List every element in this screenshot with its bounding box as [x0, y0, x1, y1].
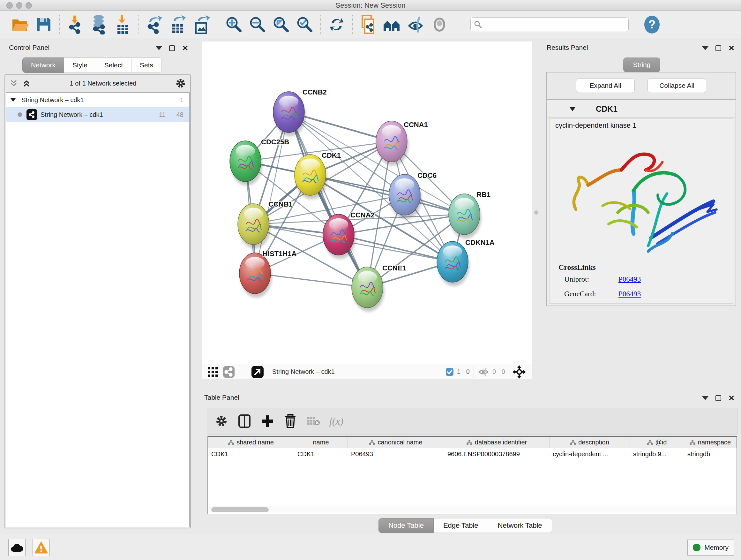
network-node-ccne1[interactable]: CCNE1	[352, 264, 406, 312]
panel-menu-icon[interactable]	[156, 46, 162, 50]
delete-column-button[interactable]	[281, 412, 300, 430]
tab-sets[interactable]: Sets	[131, 57, 162, 73]
expand-all-button[interactable]: Expand All	[576, 78, 635, 93]
close-panel-icon[interactable]: ✕	[728, 394, 735, 402]
network-node-ccna1[interactable]: CCNA1	[376, 121, 428, 166]
toolbar-separator	[59, 15, 60, 34]
cloud-icon	[11, 543, 23, 552]
panel-menu-icon[interactable]	[702, 46, 709, 50]
float-panel-icon[interactable]	[716, 395, 721, 401]
collapse-all-button[interactable]: Collapse All	[648, 78, 706, 93]
save-session-button[interactable]	[32, 14, 56, 36]
warning-icon	[35, 542, 48, 554]
table-cell[interactable]: CDK1	[208, 448, 294, 460]
table-cell[interactable]: stringdb:9...	[630, 448, 684, 460]
table-cell[interactable]: CDK1	[294, 448, 348, 460]
add-column-button[interactable]	[258, 412, 277, 430]
close-panel-icon[interactable]: ✕	[182, 44, 188, 52]
hidden-eye-icon[interactable]	[478, 368, 489, 376]
node-label-ccne1: CCNE1	[382, 264, 406, 272]
refresh-icon	[328, 16, 346, 34]
collapse-arrow-icon[interactable]	[10, 98, 16, 103]
memory-button[interactable]: Memory	[687, 540, 734, 556]
import-table-from-file-button[interactable]	[111, 14, 135, 36]
toolbar-separator	[320, 15, 321, 34]
search-input[interactable]	[482, 20, 625, 28]
network-node-rb1[interactable]: RB1	[449, 191, 490, 239]
network-canvas[interactable]: CCNB2CCNA1CDC25BCDK1CDC6RB1CCNB1CCNA2CDK…	[202, 42, 532, 364]
tab-edge-table[interactable]: Edge Table	[434, 518, 488, 533]
show-columns-button[interactable]	[235, 412, 254, 430]
collapse-all-icon[interactable]	[10, 79, 18, 87]
tab-node-table[interactable]: Node Table	[379, 518, 434, 533]
export-image-button[interactable]	[190, 14, 214, 36]
zoom-out-button[interactable]	[246, 14, 269, 36]
table-cell[interactable]: stringdb	[684, 448, 737, 460]
show-all-button[interactable]	[428, 14, 451, 36]
refresh-layout-button[interactable]	[325, 14, 348, 36]
crosslink-link[interactable]: P06493	[618, 290, 641, 303]
column-header--id[interactable]: @id	[630, 437, 684, 448]
network-overview-icon[interactable]	[223, 366, 235, 378]
right-splitter-grip[interactable]	[534, 210, 538, 214]
open-session-button[interactable]	[8, 14, 32, 36]
network-node-cdkn1a[interactable]: CDKN1A	[437, 239, 495, 286]
network-view-toolbar: String Network – cdk1 1 - 0 0 - 0	[202, 364, 532, 379]
expand-all-icon[interactable]	[22, 79, 30, 87]
selected-checkbox-icon[interactable]	[446, 368, 454, 376]
network-node-ccna2[interactable]: CCNA2	[323, 211, 375, 259]
column-header-namespace[interactable]: namespace	[684, 437, 737, 448]
tab-select[interactable]: Select	[96, 57, 131, 73]
help-button[interactable]: ?	[640, 14, 664, 36]
table-settings-button[interactable]	[212, 412, 231, 430]
crosslink-link[interactable]: P06493	[618, 275, 641, 289]
birdseye-grid-icon[interactable]	[207, 367, 218, 377]
pan-crosshair-icon[interactable]	[512, 365, 526, 379]
cloud-button[interactable]	[8, 539, 25, 556]
network-row-selected[interactable]: String Network – cdk1 11 48	[6, 107, 189, 122]
export-network-button[interactable]	[143, 14, 166, 36]
gear-icon[interactable]	[176, 78, 186, 88]
tab-string[interactable]: String	[623, 57, 660, 72]
collapse-section-icon[interactable]	[569, 106, 576, 112]
network-edge[interactable]	[289, 112, 367, 287]
column-header-name[interactable]: name	[294, 437, 348, 448]
tab-network-table[interactable]: Network Table	[488, 518, 552, 533]
function-builder-button[interactable]: f(x)	[327, 412, 346, 430]
network-node-hist1h1a[interactable]: HIST1H1A	[239, 250, 296, 298]
horizontal-scrollbar[interactable]	[209, 506, 736, 513]
network-collection-row[interactable]: String Network – cdk1 1	[6, 92, 189, 107]
hide-selected-button[interactable]	[404, 14, 428, 36]
new-network-from-selection-button[interactable]	[357, 14, 381, 36]
zoom-in-button[interactable]	[222, 14, 246, 36]
column-header-canonical-name[interactable]: canonical name	[348, 437, 444, 448]
column-header-database-identifier[interactable]: database identifier	[444, 437, 549, 448]
table-cell[interactable]: 9606.ENSP00000378699	[444, 448, 549, 460]
network-edge[interactable]	[255, 112, 289, 273]
tab-network[interactable]: Network	[22, 57, 64, 73]
tab-style[interactable]: Style	[64, 57, 96, 73]
network-node-cdk1[interactable]: CDK1	[294, 151, 341, 199]
warnings-button[interactable]	[32, 539, 50, 556]
zoom-selected-button[interactable]	[293, 14, 317, 36]
table-cell[interactable]: cyclin-dependent ...	[549, 448, 630, 460]
open-in-window-icon[interactable]	[251, 366, 264, 378]
node-table[interactable]: shared namenamecanonical namedatabase id…	[207, 436, 737, 514]
gene-header-row[interactable]: CDK1	[547, 101, 735, 118]
close-panel-icon[interactable]: ✕	[728, 44, 735, 52]
float-panel-icon[interactable]	[169, 45, 175, 51]
column-header-shared-name[interactable]: shared name	[208, 437, 294, 448]
network-node-cdc6[interactable]: CDC6	[389, 172, 436, 219]
delete-table-button[interactable]	[304, 412, 323, 430]
zoom-fit-button[interactable]	[269, 14, 293, 36]
export-table-button[interactable]	[166, 14, 190, 36]
column-header-description[interactable]: description	[549, 437, 630, 448]
panel-menu-icon[interactable]	[702, 396, 709, 400]
table-cell[interactable]: P06493	[348, 448, 444, 460]
import-network-from-database-button[interactable]	[87, 14, 111, 36]
float-panel-icon[interactable]	[716, 45, 721, 51]
import-network-from-file-button[interactable]	[64, 14, 87, 36]
first-neighbors-button[interactable]	[381, 14, 404, 36]
table-row[interactable]: CDK1CDK1P064939606.ENSP00000378699cyclin…	[208, 448, 737, 460]
scrollbar-thumb[interactable]	[211, 507, 269, 512]
